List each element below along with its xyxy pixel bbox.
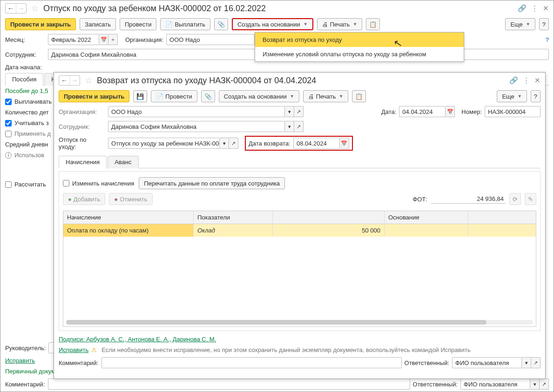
link-icon[interactable]: 🔗 — [509, 76, 518, 85]
calendar-icon[interactable]: 📅 — [99, 34, 108, 45]
nav-forward-icon[interactable]: → — [16, 4, 26, 13]
link-icon[interactable]: 🔗 — [518, 4, 527, 13]
return-document-window: ← → ☆ Возврат из отпуска по уходу НАЗК-0… — [54, 72, 546, 379]
comment-label: Комментарий: — [59, 359, 99, 366]
dropdown-icon[interactable]: ▾ — [220, 138, 229, 149]
spinner-icon[interactable]: ÷ — [108, 34, 118, 45]
calendar-icon[interactable]: 📅 — [446, 106, 455, 117]
help-button[interactable]: ? — [539, 18, 549, 30]
org-field[interactable]: ООО Надо — [166, 34, 255, 45]
comment-field[interactable] — [48, 379, 410, 390]
chevron-down-icon: ▼ — [526, 22, 530, 27]
dropdown-icon[interactable]: ▾ — [285, 106, 294, 117]
back-title: Отпуск по уходу за ребенком НАЗК-000002 … — [43, 4, 515, 13]
front-toolbar: Провести и закрыть 💾 📄 Провести 📎 Создат… — [54, 88, 545, 104]
tab-advance[interactable]: Аванс — [108, 156, 138, 168]
consider-checkbox[interactable] — [5, 120, 12, 126]
table-row[interactable]: Оплата по окладу (по часам) Оклад 50 000 — [63, 224, 536, 237]
month-field[interactable]: Февраль 2022 — [48, 34, 99, 45]
chevron-down-icon: ▼ — [518, 94, 522, 99]
resp-field[interactable]: ФИО пользователя — [460, 379, 530, 390]
post-and-close-button[interactable]: Провести и закрыть — [59, 90, 129, 102]
cancel-button[interactable]: ● Отменить — [109, 193, 152, 205]
dropdown-icon[interactable]: ▾ — [285, 121, 294, 132]
create-based-button[interactable]: Создать на основании ▼ — [219, 90, 299, 102]
print-button[interactable]: 🖨 Печать ▼ — [303, 90, 349, 102]
add-button[interactable]: ● Добавить — [63, 193, 105, 205]
post-button[interactable]: Провести — [120, 18, 157, 30]
recalc-checkbox[interactable] — [5, 181, 12, 188]
kebab-icon[interactable]: ⋮ — [523, 76, 530, 85]
th-accrual[interactable]: Начисление — [63, 211, 194, 224]
leave-field[interactable]: Отпуск по уходу за ребенком НАЗК-0000 — [108, 138, 220, 149]
return-date-field[interactable]: 08.04.2024 — [293, 138, 340, 149]
date-field[interactable]: 04.04.2024 — [399, 106, 446, 117]
pay-button[interactable]: 📄 Выплатить — [160, 18, 210, 30]
refresh-icon: ⟳ — [513, 196, 518, 203]
more-button[interactable]: Еще ▼ — [497, 90, 527, 102]
signatures-link[interactable]: Подписи: Арбузов А. С., Антонова Е. А., … — [59, 336, 216, 343]
nav-back-icon[interactable]: ← — [6, 4, 16, 13]
favorite-star-icon[interactable]: ☆ — [31, 3, 39, 13]
close-icon[interactable]: ✕ — [543, 4, 549, 13]
warning-icon: ⚠ — [91, 346, 97, 353]
extra-button[interactable]: 📋 — [352, 90, 366, 102]
print-button[interactable]: 🖨 Печать ▼ — [317, 18, 363, 30]
refresh-button[interactable]: ⟳ — [509, 193, 521, 205]
document-icon: 📋 — [369, 21, 377, 28]
tab-accruals[interactable]: Начисления — [59, 156, 107, 168]
nav-forward-icon[interactable]: → — [69, 76, 80, 85]
recalc-label: Рассчитать — [14, 181, 46, 188]
scroll-thumb[interactable] — [66, 320, 486, 325]
close-icon[interactable]: ✕ — [534, 76, 540, 85]
open-icon[interactable]: ↗ — [294, 106, 304, 117]
open-icon[interactable]: ↗ — [294, 121, 304, 132]
attach-button[interactable]: 📎 — [214, 18, 228, 30]
change-accruals-checkbox[interactable] — [63, 180, 69, 186]
nav-back-icon[interactable]: ← — [59, 76, 69, 85]
pay-checkbox[interactable] — [5, 99, 12, 105]
fix-link[interactable]: Исправить — [59, 346, 88, 353]
leave-label: Отпуск по уходу: — [59, 136, 105, 150]
back-titlebar: ← → ☆ Отпуск по уходу за ребенком НАЗК-0… — [0, 0, 554, 16]
emp-field[interactable]: Даринова София Михайловна — [108, 121, 285, 132]
favorite-star-icon[interactable]: ☆ — [85, 75, 92, 86]
resp-label: Ответственный: — [405, 359, 449, 366]
dropdown-icon[interactable]: ▾ — [522, 357, 531, 368]
reread-button[interactable]: Перечитать данные по оплате труда сотруд… — [139, 177, 285, 189]
th-value[interactable] — [273, 211, 385, 224]
accruals-pane: Изменить начисления Перечитать данные по… — [59, 171, 540, 331]
open-icon[interactable]: ↗ — [229, 138, 238, 149]
edit-button[interactable]: ✎ — [525, 193, 536, 205]
num-field[interactable]: НАЗК-000004 — [485, 106, 540, 117]
menu-item-return-from-leave[interactable]: Возврат из отпуска по уходу — [255, 33, 464, 47]
pay-icon: 📄 — [165, 21, 173, 28]
kebab-icon[interactable]: ⋮ — [531, 4, 538, 13]
th-indicators[interactable]: Показатели — [194, 211, 273, 224]
info-icon[interactable]: ? — [546, 36, 549, 43]
post-button[interactable]: 📄 Провести — [151, 90, 197, 102]
extra-button[interactable]: 📋 — [366, 18, 380, 30]
more-button[interactable]: Еще ▼ — [505, 18, 535, 30]
create-based-button[interactable]: Создать на основании ▼ — [232, 18, 313, 30]
attach-button[interactable]: 📎 — [201, 90, 215, 102]
org-field[interactable]: ООО Надо — [108, 106, 285, 117]
apply-checkbox[interactable] — [5, 131, 12, 137]
open-icon[interactable]: ↗ — [540, 379, 549, 390]
open-icon[interactable]: ↗ — [531, 357, 540, 368]
menu-item-change-payment[interactable]: Изменение условий оплаты отпуска по уход… — [255, 47, 464, 61]
help-button[interactable]: ? — [531, 90, 540, 102]
fot-label: ФОТ: — [412, 196, 427, 203]
horizontal-scrollbar[interactable] — [66, 320, 533, 325]
fix-link[interactable]: Исправить — [5, 357, 35, 364]
resp-field[interactable]: ФИО пользователя — [452, 357, 522, 368]
comment-field[interactable] — [101, 357, 402, 368]
num-label: Номер: — [461, 108, 482, 115]
calendar-icon[interactable]: 📅 — [340, 138, 349, 149]
dropdown-icon[interactable]: ▾ — [530, 379, 540, 390]
post-and-close-button[interactable]: Провести и закрыть — [5, 18, 76, 30]
th-basis[interactable]: Основание — [385, 211, 468, 224]
save-button[interactable]: 💾 — [133, 90, 147, 102]
save-button[interactable]: Записать — [80, 18, 116, 30]
tab-benefits[interactable]: Пособия — [5, 73, 43, 86]
